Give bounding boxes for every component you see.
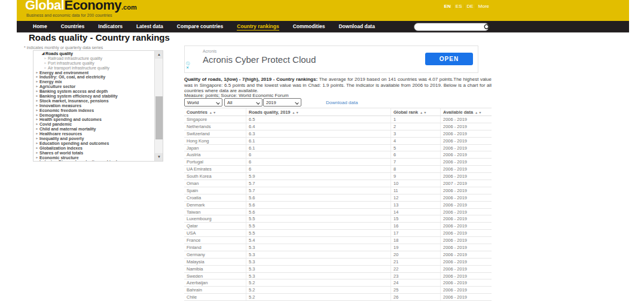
lang-link-more[interactable]: More [478, 4, 489, 9]
ad-info-icon[interactable]: ⓘ [186, 62, 190, 66]
table-row-south-korea: South Korea5.992006 - 2019 [184, 173, 492, 180]
nav-item-country-rankings[interactable]: Country rankings [237, 23, 279, 31]
sidebar-item-banking-system-efficiency-and-stability[interactable]: ▸Banking system efficiency and stability [35, 94, 154, 99]
country-name: Bahrain [184, 287, 246, 293]
table-row-denmark: Denmark5.6132006 - 2019 [184, 202, 492, 209]
sidebar-item-health-spending-and-outcomes[interactable]: ▸Health spending and outcomes [35, 117, 154, 122]
sidebar-item-railroad-infrastructure-quality[interactable]: ▹Railroad infrastructure quality [43, 56, 154, 61]
nav-item-download-data[interactable]: Download data [338, 23, 374, 31]
sidebar-item-label: Health spending and outcomes [39, 117, 102, 122]
lang-link-de[interactable]: DE [467, 4, 474, 9]
country-name: Namibia [184, 266, 246, 272]
collapsed-triangle-icon: ▸ [35, 113, 39, 118]
sidebar-item-industry-oil-coal-and-electricity[interactable]: ▸Industry: Oil, coal, and electricity [35, 75, 154, 80]
sidebar-item-energy-and-environment[interactable]: ▸Energy and environment [35, 71, 154, 75]
sidebar-item-economic-freedom-indexes[interactable]: ▸Economic freedom indexes [35, 108, 154, 113]
lang-link-es[interactable]: ES [456, 4, 462, 9]
region-select[interactable]: World [184, 98, 222, 107]
sidebar-item-globalization-indexes[interactable]: ▸Globalization indexes [35, 146, 154, 151]
year-select[interactable]: 2019 [263, 98, 301, 107]
scroll-down-icon[interactable]: ▼ [155, 153, 163, 161]
table-header-countries[interactable]: Countries▴ ▾ [184, 108, 246, 115]
roads-quality-value: 5.6 [246, 209, 390, 215]
nav-item-latest-data[interactable]: Latest data [136, 23, 163, 31]
sidebar-item-banking-system-access-and-depth[interactable]: ▸Banking system access and depth [35, 89, 154, 94]
nav-items: HomeCountriesIndicatorsLatest dataCompar… [33, 23, 375, 31]
page-title: Roads quality - Country rankings [29, 32, 170, 42]
search-icon[interactable] [484, 23, 490, 31]
country-name: Portugal [184, 159, 246, 165]
table-header-roads-quality-2019[interactable]: Roads quality, 2019▴ ▾ [246, 108, 390, 115]
sidebar-item-stock-market-insurance-pensions[interactable]: ▸Stock market, insurance, pensions [35, 99, 154, 104]
search-box [414, 23, 489, 31]
download-data-link[interactable]: Download data [326, 100, 358, 105]
table-header-global-rank[interactable]: Global rank▴ ▾ [390, 108, 440, 115]
roads-quality-value: 5.9 [246, 173, 390, 180]
logo-part-global: Global [25, 0, 64, 13]
sidebar-item-demographics[interactable]: ▸Demographics [35, 113, 154, 118]
sidebar-item-label: Globalization indexes [39, 146, 83, 151]
country-group-select[interactable]: All [224, 98, 263, 107]
site-header: GlobalEconomy.com Business and economic … [17, 0, 629, 21]
country-name: Azerbaijan [184, 279, 246, 286]
sidebar-item-education-spending-and-outcomes[interactable]: ▸Education spending and outcomes [35, 141, 154, 146]
scrollbar-thumb[interactable] [155, 96, 163, 139]
nav-item-compare-countries[interactable]: Compare countries [177, 23, 223, 31]
sidebar-item-industry-diamond-production-and-trade[interactable]: ▸Industry: Diamond production and trade [35, 160, 154, 162]
country-name: UA Emirates [184, 166, 246, 172]
nav-item-commodities[interactable]: Commodities [293, 23, 325, 31]
sidebar-item-port-infrastructure-quality[interactable]: ▹Port infrastructure quality [43, 61, 154, 66]
collapsed-triangle-icon: ▸ [35, 132, 39, 136]
sidebar-item-label: Banking system efficiency and stability [39, 94, 118, 99]
global-rank-value: 4 [390, 138, 440, 144]
collapsed-triangle-icon: ▸ [35, 151, 39, 156]
sort-arrows-icon[interactable]: ▴ ▾ [475, 111, 481, 114]
collapsed-triangle-icon: ▸ [35, 104, 39, 108]
site-logo[interactable]: GlobalEconomy.com [25, 0, 137, 13]
ad-open-button[interactable]: OPEN [425, 53, 473, 65]
lang-link-en[interactable]: EN [444, 4, 451, 9]
sidebar-item-covid-pandemic[interactable]: ▸Covid pandemic [35, 122, 154, 127]
available-data-range: 2006 - 2019 [440, 151, 492, 158]
nav-item-countries[interactable]: Countries [61, 23, 85, 31]
table-header-available-data[interactable]: Available data▴ ▾ [440, 108, 492, 115]
page-container: GlobalEconomy.com Business and economic … [17, 0, 629, 301]
lang-separator: | [475, 4, 477, 9]
sidebar-item-air-transport-infrastructure-quality[interactable]: ▹Air transport infrastructure quality [43, 66, 154, 71]
sidebar-item-innovation-measures[interactable]: ▸Innovation measures [35, 104, 154, 108]
sidebar-item-shares-of-world-totals[interactable]: ▸Shares of world totals [35, 151, 154, 156]
category-items: ◢Roads quality▹Railroad infrastructure q… [33, 51, 154, 162]
available-data-range: 2006 - 2019 [440, 166, 492, 172]
sidebar-item-roads-quality[interactable]: ◢Roads quality [41, 51, 154, 56]
sidebar-item-healthcare-resources[interactable]: ▸Healthcare resources [35, 132, 154, 136]
sidebar-item-label: Shares of world totals [39, 151, 83, 156]
sort-arrows-icon[interactable]: ▴ ▾ [210, 111, 216, 114]
chevron-down-icon [295, 101, 298, 104]
table-row-azerbaijan: Azerbaijan5.2242006 - 2019 [184, 279, 492, 287]
nav-item-indicators[interactable]: Indicators [98, 23, 123, 31]
sidebar-item-inequality-and-poverty[interactable]: ▸Inequality and poverty [35, 136, 154, 141]
sort-arrows-icon[interactable]: ▴ ▾ [292, 111, 298, 114]
country-name: Taiwan [184, 209, 246, 215]
scroll-up-icon[interactable]: ▲ [155, 51, 163, 59]
sidebar-item-economic-structure[interactable]: ▸Economic structure [35, 156, 154, 160]
ad-title[interactable]: Acronis Cyber Protect Cloud [203, 54, 316, 65]
sidebar-item-label: Stock market, insurance, pensions [39, 99, 109, 104]
collapsed-triangle-icon: ▸ [35, 117, 39, 122]
sort-arrows-icon[interactable]: ▴ ▾ [420, 111, 426, 114]
category-scrollbar[interactable]: ▲ ▼ [154, 51, 163, 161]
roads-quality-value: 5.2 [246, 287, 390, 293]
sidebar-item-energy-mix[interactable]: ▸Energy mix [35, 80, 154, 84]
country-name: Qatar [184, 223, 246, 229]
global-rank-value: 7 [390, 159, 440, 165]
ad-close-icon[interactable]: ✕ [186, 66, 190, 70]
sidebar-item-label: Industry: Diamond production and trade [39, 160, 120, 162]
collapsed-triangle-icon: ▸ [35, 84, 39, 89]
nav-item-home[interactable]: Home [33, 23, 47, 31]
sidebar-item-agriculture-sector[interactable]: ▸Agriculture sector [35, 84, 154, 89]
search-input[interactable] [414, 23, 484, 31]
sidebar-item-child-and-maternal-mortality[interactable]: ▸Child and maternal mortality [35, 127, 154, 132]
table-row-taiwan: Taiwan5.6142006 - 2019 [184, 209, 492, 216]
year-select-value: 2019 [266, 100, 276, 105]
global-rank-value: 1 [390, 116, 440, 123]
